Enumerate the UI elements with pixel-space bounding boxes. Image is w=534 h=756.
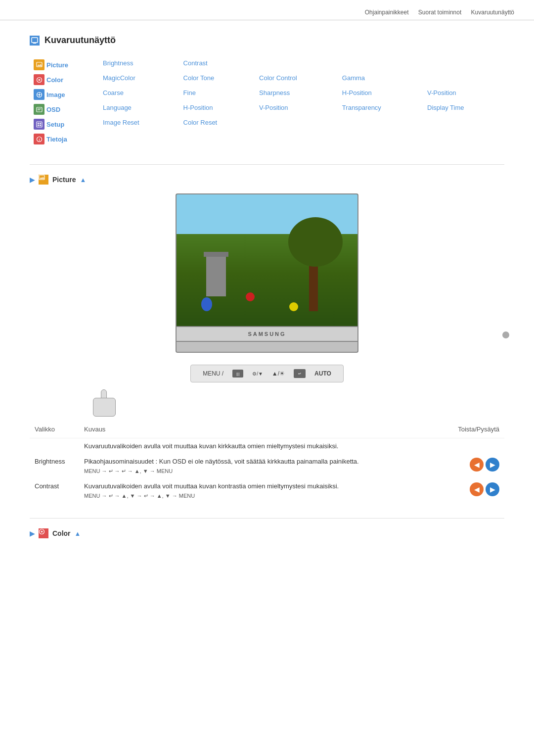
desc-buttons-brightness: ◀ ▶: [453, 454, 504, 478]
contrast-menu-path: MENU → ↵ → ▲, ▼ → ↵ → ▲, ▼ → MENU: [84, 493, 448, 499]
desc-label-brightness: Brightness: [30, 454, 79, 478]
contrast-btn-next[interactable]: ▶: [486, 482, 499, 496]
description-table: Valikko Kuvaus Toista/Pysäytä Kuvaruutuv…: [30, 422, 504, 503]
top-navigation: Ohjainpainikkeet Suorat toiminnot Kuvaru…: [0, 0, 534, 20]
icon-color: [34, 74, 44, 85]
link-transparency[interactable]: Transparency: [342, 104, 381, 111]
brightness-btn-prev[interactable]: ◀: [470, 458, 484, 472]
svg-rect-13: [37, 122, 42, 127]
svg-rect-17: [40, 125, 41, 126]
link-fine[interactable]: Fine: [183, 89, 196, 96]
power-indicator: [502, 331, 509, 338]
link-magiccolor[interactable]: MagicColor: [103, 74, 135, 82]
remote-hand-image: [89, 389, 504, 417]
link-sharpness[interactable]: Sharpness: [259, 89, 290, 96]
link-imagereset[interactable]: Image Reset: [103, 119, 139, 126]
nav-suorat[interactable]: Suorat toiminnot: [418, 9, 461, 16]
color-sub-title: Color: [52, 529, 71, 537]
link-brightness[interactable]: Brightness: [103, 59, 133, 67]
divider-2: [30, 518, 504, 519]
link-colorcontrol[interactable]: Color Control: [259, 74, 297, 82]
link-coarse[interactable]: Coarse: [103, 89, 124, 96]
nav-ohjain[interactable]: Ohjainpainikkeet: [365, 9, 409, 16]
desc-buttons-contrast: ◀ ▶: [453, 478, 504, 503]
svg-rect-15: [40, 123, 41, 124]
menu-label-picture[interactable]: Picture: [46, 61, 68, 69]
desc-row-contrast: Contrast Kuvaruutuvalikoiden avulla voit…: [30, 478, 504, 503]
picture-subsection-heading: ▶ Picture ▲: [30, 175, 504, 185]
desc-text-contrast: Kuvaruutuvalikoiden avulla voit muuttaa …: [79, 478, 453, 503]
svg-rect-1: [33, 43, 36, 44]
page-content: Kuvaruutunäyttö Picture: [0, 35, 534, 538]
menu-label-image[interactable]: Image: [46, 91, 65, 98]
color-up-arrow[interactable]: ▲: [75, 530, 81, 537]
link-colorreset[interactable]: Color Reset: [183, 119, 218, 126]
monitor-display: SAMSUNG: [30, 193, 504, 353]
menu-row-image: Image Coarse Fine Sharpness H-Position V…: [30, 87, 504, 102]
link-vposition-image[interactable]: V-Position: [427, 89, 456, 96]
desc-label-empty: [30, 438, 79, 454]
menu-label-osd[interactable]: OSD: [46, 106, 60, 113]
menu-row-tietoja: i Tietoja: [30, 132, 504, 146]
monitor-brand-bar: SAMSUNG: [176, 327, 358, 342]
pagoda-decoration: [206, 257, 226, 296]
brightness-desc: Pikaohjausominaisuudet : Kun OSD ei ole …: [84, 458, 359, 465]
desc-label-contrast: Contrast: [30, 478, 79, 503]
menu-row-setup: Setup Image Reset Color Reset: [30, 117, 504, 132]
desc-row-brightness: Brightness Pikaohjausominaisuudet : Kun …: [30, 454, 504, 478]
brightness-btn-pair: ◀ ▶: [458, 458, 499, 472]
main-section-heading: Kuvaruutunäyttö: [30, 35, 504, 46]
hand-body: [93, 398, 116, 417]
hand-shape: [89, 389, 119, 417]
brightness-btn-next[interactable]: ▶: [486, 458, 499, 472]
picture-sub-title: Picture: [52, 176, 76, 184]
icon-image: [34, 89, 44, 100]
brand-name: SAMSUNG: [248, 331, 286, 337]
desc-text-brightness: Pikaohjausominaisuudet : Kun OSD ei ole …: [79, 454, 453, 478]
monitor-outer: SAMSUNG: [176, 193, 358, 353]
picture-up-arrow[interactable]: ▲: [80, 176, 86, 184]
flower-red: [246, 292, 255, 301]
svg-point-5: [38, 79, 40, 81]
balloon-blue: [201, 297, 212, 311]
icon-osd: [34, 104, 44, 115]
contrast-desc: Kuvaruutuvalikoiden avulla voit muuttaa …: [84, 482, 339, 490]
menu-label-tietoja[interactable]: Tietoja: [46, 136, 67, 143]
control-bar: MENU / ||| ⚙/▼ ▲/☀ ↵ AUTO: [30, 365, 504, 382]
desc-table-header: Valikko Kuvaus Toista/Pysäytä: [30, 422, 504, 438]
flower-yellow: [289, 302, 298, 311]
link-hposition-osd[interactable]: H-Position: [183, 104, 213, 111]
divider-1: [30, 164, 504, 165]
svg-rect-0: [32, 38, 38, 43]
menu-label-color[interactable]: Color: [46, 76, 63, 84]
ctrl-brightness[interactable]: ▲/☀: [272, 370, 285, 377]
link-gamma[interactable]: Gamma: [342, 74, 365, 82]
menu-label-setup[interactable]: Setup: [46, 121, 64, 128]
monitor-screen: [176, 193, 358, 327]
icon-color-sub: [39, 528, 48, 538]
tree-foliage: [288, 217, 343, 267]
ctrl-icon-bars[interactable]: |||: [232, 370, 243, 378]
icon-picture-sub: [39, 175, 48, 185]
svg-marker-3: [37, 64, 42, 66]
header-toista: Toista/Pysäytä: [453, 422, 504, 438]
link-vposition-osd[interactable]: V-Position: [259, 104, 288, 111]
nav-kuvaruutu[interactable]: Kuvaruutunäyttö: [471, 9, 514, 16]
ctrl-menu-label: MENU /: [203, 370, 223, 377]
link-language[interactable]: Language: [103, 104, 132, 111]
link-contrast[interactable]: Contrast: [183, 59, 208, 67]
icon-setup: [34, 119, 44, 130]
ctrl-icon-enter[interactable]: ↵: [294, 369, 306, 378]
link-hposition-image[interactable]: H-Position: [342, 89, 372, 96]
color-nav-arrow: ▶: [30, 530, 35, 537]
svg-rect-14: [38, 123, 39, 124]
link-colortone[interactable]: Color Tone: [183, 74, 215, 82]
link-displaytime[interactable]: Display Time: [427, 104, 464, 111]
color-subsection-heading: ▶ Color ▲: [30, 528, 504, 538]
ctrl-auto-label[interactable]: AUTO: [314, 370, 331, 377]
menu-row-osd: OSD Language H-Position V-Position Trans…: [30, 102, 504, 117]
contrast-btn-prev[interactable]: ◀: [470, 482, 484, 496]
menu-row-picture: Picture Brightness Contrast: [30, 57, 504, 72]
main-section-title: Kuvaruutunäyttö: [44, 35, 116, 46]
menu-navigation-table: Picture Brightness Contrast: [30, 57, 504, 146]
